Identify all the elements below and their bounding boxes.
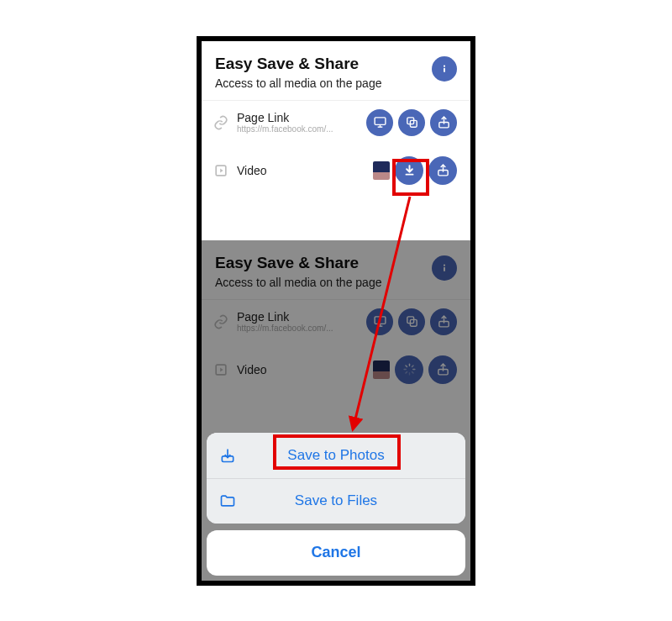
row-actions <box>373 156 457 185</box>
svg-rect-2 <box>375 118 386 125</box>
phone-frame: Easy Save & Share Access to all media on… <box>197 36 475 586</box>
row-label: Video <box>237 164 366 177</box>
svg-marker-9 <box>220 168 223 172</box>
copy-icon <box>405 314 419 329</box>
svg-line-29 <box>412 366 413 367</box>
video-thumbnail <box>373 360 390 379</box>
open-browser-button <box>366 308 393 335</box>
share-icon <box>436 163 450 177</box>
save-to-files-label: Save to Files <box>218 492 454 509</box>
row-label: Page Link <box>237 111 360 124</box>
monitor-icon <box>373 314 387 329</box>
cancel-label: Cancel <box>311 544 360 561</box>
lower-area: Easy Save & Share Access to all media on… <box>202 240 470 581</box>
share-icon <box>437 115 451 129</box>
info-icon <box>438 261 451 275</box>
panel-title: Easy Save & Share <box>215 55 432 73</box>
row-text: Video <box>237 164 366 177</box>
row-page-link: Page Link https://m.facebook.com/... <box>202 101 470 145</box>
share-video-button[interactable] <box>428 156 457 185</box>
row-video: Video <box>202 344 470 392</box>
save-to-files-button[interactable]: Save to Files <box>207 478 465 524</box>
row-label: Video <box>237 363 366 376</box>
share-icon <box>436 362 450 376</box>
svg-rect-14 <box>375 317 386 324</box>
cancel-button[interactable]: Cancel <box>207 530 465 576</box>
svg-rect-10 <box>405 174 413 176</box>
share-link-button[interactable] <box>430 109 457 136</box>
row-label: Page Link <box>237 310 360 324</box>
share-icon <box>437 314 451 329</box>
open-browser-button[interactable] <box>366 109 393 136</box>
copy-button <box>398 308 425 335</box>
panel-subtitle: Access to all media on the page <box>215 76 432 90</box>
svg-rect-13 <box>444 266 445 271</box>
panel-header: Easy Save & Share Access to all media on… <box>202 41 470 101</box>
svg-line-26 <box>405 366 407 367</box>
spinner-icon <box>402 362 417 376</box>
svg-marker-21 <box>220 367 223 371</box>
copy-icon <box>405 115 419 129</box>
row-url: https://m.facebook.com/... <box>237 324 346 333</box>
share-link-button <box>430 308 457 335</box>
video-icon <box>212 360 230 379</box>
action-sheet-group: Save to Photos Save to Files <box>207 433 465 524</box>
panel-title: Easy Save & Share <box>215 254 432 272</box>
monitor-icon <box>373 115 387 129</box>
svg-point-0 <box>444 65 445 66</box>
download-spinner <box>395 355 423 384</box>
row-actions <box>366 109 457 136</box>
phone-screen: Easy Save & Share Access to all media on… <box>202 41 470 581</box>
svg-point-12 <box>444 264 445 266</box>
easy-save-panel-top: Easy Save & Share Access to all media on… <box>202 41 470 240</box>
panel-header: Easy Save & Share Access to all media on… <box>202 240 470 300</box>
link-icon <box>212 113 230 132</box>
action-sheet: Save to Photos Save to Files Cancel <box>207 433 465 576</box>
download-video-button[interactable] <box>395 156 423 185</box>
copy-button[interactable] <box>398 109 425 136</box>
row-text: Page Link https://m.facebook.com/... <box>237 111 360 134</box>
video-thumbnail[interactable] <box>373 161 390 180</box>
row-url: https://m.facebook.com/... <box>237 124 346 134</box>
share-video-button <box>428 355 457 384</box>
row-video: Video <box>202 145 470 193</box>
save-to-photos-label: Save to Photos <box>218 447 454 464</box>
svg-line-28 <box>405 371 407 373</box>
header-text: Easy Save & Share Access to all media on… <box>215 55 432 90</box>
svg-line-27 <box>412 371 413 373</box>
panel-subtitle: Access to all media on the page <box>215 276 432 289</box>
save-to-photos-button[interactable]: Save to Photos <box>207 433 465 478</box>
row-page-link: Page Link https://m.facebook.com/... <box>202 300 470 344</box>
svg-rect-1 <box>444 67 445 71</box>
info-button <box>432 255 457 281</box>
link-icon <box>212 313 230 331</box>
video-icon <box>212 161 230 180</box>
info-button[interactable] <box>432 56 457 82</box>
download-icon <box>402 163 417 177</box>
info-icon <box>438 62 451 76</box>
